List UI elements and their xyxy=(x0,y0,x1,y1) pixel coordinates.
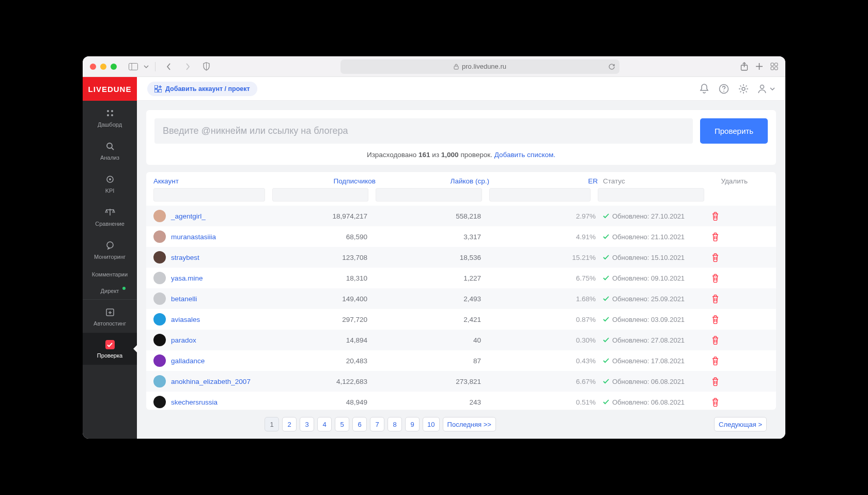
check-icon xyxy=(603,337,609,343)
delete-button[interactable] xyxy=(711,212,748,221)
page-8[interactable]: 8 xyxy=(388,417,402,431)
followers-cell: 14,894 xyxy=(272,336,376,344)
username-link[interactable]: _agentgirl_ xyxy=(171,212,206,220)
username-link[interactable]: yasa.mine xyxy=(171,274,203,282)
page-6[interactable]: 6 xyxy=(352,417,367,431)
check-badge-icon xyxy=(105,340,115,349)
blogger-search-input[interactable] xyxy=(154,118,693,144)
likes-cell: 2,493 xyxy=(376,295,489,303)
page-3[interactable]: 3 xyxy=(300,417,314,431)
check-icon xyxy=(603,275,609,281)
page-5[interactable]: 5 xyxy=(335,417,349,431)
nav-label: Сравнение xyxy=(95,221,125,227)
username-link[interactable]: betanelli xyxy=(171,295,197,303)
delete-button[interactable] xyxy=(711,377,748,386)
filter-status[interactable] xyxy=(598,188,704,202)
nav-dashboard[interactable]: Дашборд xyxy=(83,101,137,134)
nav-kpi[interactable]: KPI xyxy=(83,167,137,200)
nav-autoposting[interactable]: Автопостинг xyxy=(83,300,137,333)
notifications-button[interactable] xyxy=(698,82,711,96)
nav-check[interactable]: Проверка xyxy=(83,333,137,365)
nav-direct[interactable]: Директ xyxy=(83,283,137,299)
check-icon xyxy=(603,317,609,322)
filter-account[interactable] xyxy=(153,188,265,202)
maximize-window-button[interactable] xyxy=(111,64,117,70)
help-button[interactable] xyxy=(717,82,731,96)
username-link[interactable]: galladance xyxy=(171,357,205,365)
delete-button[interactable] xyxy=(711,315,748,324)
avatar xyxy=(153,354,166,367)
th-status: Статус xyxy=(598,177,711,185)
new-tab-button[interactable] xyxy=(755,63,763,70)
settings-button[interactable] xyxy=(737,82,750,96)
check-icon xyxy=(603,234,609,239)
sidebar: LIVEDUNE Дашборд Анализ KPI xyxy=(83,77,137,439)
status-cell: Обновлено: 03.09.2021 xyxy=(598,316,711,323)
page-last[interactable]: Последняя >> xyxy=(443,417,496,431)
add-account-button[interactable]: Добавить аккаунт / проект xyxy=(147,82,257,96)
page-7[interactable]: 7 xyxy=(370,417,384,431)
svg-rect-10 xyxy=(775,67,778,70)
user-menu[interactable] xyxy=(756,83,775,95)
page-10[interactable]: 10 xyxy=(423,417,439,431)
status-cell: Обновлено: 09.10.2021 xyxy=(598,274,711,282)
nav-compare[interactable]: Сравнение xyxy=(83,200,137,233)
nav-monitoring[interactable]: Мониторинг xyxy=(83,233,137,266)
svg-rect-3 xyxy=(454,66,458,69)
add-grid-icon xyxy=(154,85,162,92)
shield-icon[interactable] xyxy=(199,60,213,73)
delete-button[interactable] xyxy=(711,233,748,241)
nav-forward-button[interactable] xyxy=(180,60,195,73)
tabs-overview-button[interactable] xyxy=(770,63,778,70)
username-link[interactable]: skechersrussia xyxy=(171,398,218,406)
nav-label: Дашборд xyxy=(98,121,122,128)
table-row: anokhina_elizabeth_2007 4,122,683 273,82… xyxy=(146,371,776,392)
delete-button[interactable] xyxy=(711,398,748,407)
page-next[interactable]: Следующая > xyxy=(714,417,767,431)
chevron-down-icon[interactable] xyxy=(144,65,149,68)
delete-button[interactable] xyxy=(711,336,748,345)
username-link[interactable]: muranastasiiia xyxy=(171,233,216,241)
delete-button[interactable] xyxy=(711,274,748,283)
page-1[interactable]: 1 xyxy=(265,417,279,431)
username-link[interactable]: anokhina_elizabeth_2007 xyxy=(171,378,251,385)
nav-analysis[interactable]: Анализ xyxy=(83,134,137,167)
filter-er[interactable] xyxy=(489,188,591,202)
add-list-link[interactable]: Добавить списком. xyxy=(494,151,555,159)
page-9[interactable]: 9 xyxy=(405,417,420,431)
nav-back-button[interactable] xyxy=(162,60,176,73)
svg-rect-27 xyxy=(159,89,162,92)
delete-button[interactable] xyxy=(711,295,748,303)
chevron-down-icon xyxy=(770,87,775,90)
refresh-icon[interactable] xyxy=(608,63,615,70)
table-row: straybest 123,708 18,536 15.21% Обновлен… xyxy=(146,247,776,268)
svg-point-31 xyxy=(723,90,724,91)
check-icon xyxy=(603,358,609,363)
filter-followers[interactable] xyxy=(272,188,368,202)
username-link[interactable]: straybest xyxy=(171,254,199,261)
check-button[interactable]: Проверить xyxy=(700,118,768,144)
share-icon[interactable] xyxy=(740,62,748,71)
th-er[interactable]: ER xyxy=(489,177,598,185)
svg-point-14 xyxy=(111,114,113,116)
filter-likes[interactable] xyxy=(376,188,482,202)
followers-cell: 48,949 xyxy=(272,398,376,406)
th-account[interactable]: Аккаунт xyxy=(153,177,272,185)
close-window-button[interactable] xyxy=(90,64,96,70)
page-2[interactable]: 2 xyxy=(282,417,297,431)
delete-button[interactable] xyxy=(711,253,748,262)
avatar xyxy=(153,230,166,243)
svg-point-32 xyxy=(742,87,745,90)
username-link[interactable]: aviasales xyxy=(171,316,200,323)
th-likes[interactable]: Лайков (ср.) xyxy=(376,177,489,185)
page-4[interactable]: 4 xyxy=(317,417,332,431)
url-bar[interactable]: pro.livedune.ru xyxy=(340,59,619,74)
username-link[interactable]: paradox xyxy=(171,336,196,344)
nav-comments[interactable]: Комментарии xyxy=(83,266,137,283)
target-icon xyxy=(105,174,115,184)
sidebar-toggle-button[interactable] xyxy=(126,60,141,73)
followers-cell: 68,590 xyxy=(272,233,376,241)
delete-button[interactable] xyxy=(711,357,748,365)
minimize-window-button[interactable] xyxy=(100,64,106,70)
th-followers[interactable]: Подписчиков xyxy=(272,177,376,185)
